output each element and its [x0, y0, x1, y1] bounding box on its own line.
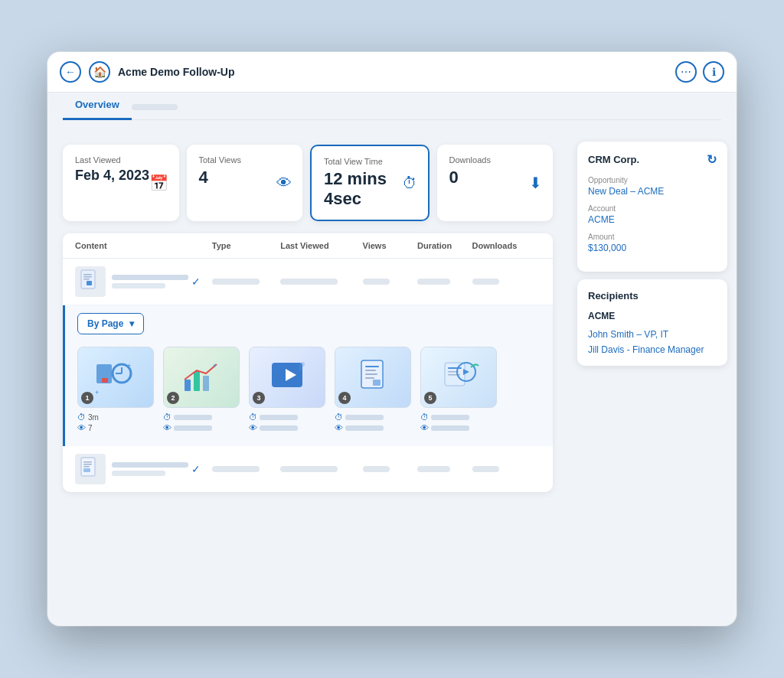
thumb-time-3: ⏱: [249, 412, 298, 422]
total-views-label: Total Views: [199, 155, 291, 165]
views-placeholder: [363, 279, 390, 285]
svg-rect-24: [365, 377, 374, 379]
thumb-item-1: + + 1 ⏱ 3m 👁: [77, 347, 154, 432]
app-window: ← 🏠 Acme Demo Follow-Up ⋯ ℹ Overview Las…: [47, 52, 737, 626]
home-button[interactable]: 🏠: [89, 61, 110, 83]
opportunity-label: Opportunity: [588, 176, 717, 184]
svg-rect-3: [83, 279, 90, 280]
check-icon-2: ✓: [191, 463, 201, 475]
thumb-stats-2: ⏱ 👁: [163, 412, 240, 432]
amount-field: Amount $130,000: [588, 233, 717, 253]
more-options-button[interactable]: ⋯: [675, 61, 697, 83]
thumb-item-3: 3 ⏱ 👁: [249, 347, 325, 432]
download-icon: ⬇: [529, 174, 542, 192]
opportunity-field: Opportunity New Deal – ACME: [588, 176, 717, 197]
expanded-row: By Page ▾: [63, 305, 553, 446]
info-button[interactable]: ℹ: [703, 61, 724, 83]
doc-thumb-2: [75, 454, 106, 484]
recipient-contact-2[interactable]: Jill Davis - Finance Manager: [588, 344, 717, 355]
thumb-img-2[interactable]: + 2: [163, 347, 240, 408]
views-placeholder-2: [363, 466, 390, 472]
amount-label: Amount: [588, 233, 717, 241]
check-icon: ✓: [191, 275, 201, 288]
svg-rect-4: [87, 281, 92, 285]
refresh-icon[interactable]: ↻: [707, 152, 717, 167]
thumb-img-1[interactable]: + + 1: [77, 347, 154, 408]
calendar-icon: 📅: [149, 174, 168, 192]
svg-rect-27: [448, 367, 462, 369]
right-panel: CRM Corp. ↻ Opportunity New Deal – ACME …: [568, 132, 737, 504]
last-viewed-label: Last Viewed: [75, 155, 167, 165]
thumb-num-3: 3: [253, 392, 265, 404]
thumb-views-4: 👁: [335, 423, 384, 432]
thumb-stats-3: ⏱ 👁: [249, 412, 325, 432]
svg-rect-34: [83, 466, 90, 468]
svg-point-19: [300, 362, 305, 367]
svg-rect-13: [194, 372, 200, 391]
thumb-views-5: 👁: [420, 423, 469, 432]
type-placeholder-2: [212, 466, 260, 472]
by-page-dropdown[interactable]: By Page ▾: [77, 313, 144, 334]
thumb-img-4[interactable]: 4: [335, 347, 411, 408]
svg-rect-25: [373, 380, 381, 386]
title-actions: ⋯ ℹ: [675, 61, 724, 83]
table-row-2[interactable]: ✓: [63, 446, 553, 492]
downloads-label: Downloads: [449, 155, 541, 165]
svg-rect-21: [365, 366, 379, 367]
recipient-contact-1[interactable]: John Smith – VP, IT: [588, 329, 717, 340]
crm-title: CRM Corp. ↻: [588, 152, 717, 167]
content-table: Content Type Last Viewed Views Duration …: [63, 233, 553, 492]
col-last-viewed: Last Viewed: [280, 241, 362, 250]
recipient-company: ACME: [588, 311, 717, 321]
doc-info-2: ✓: [75, 454, 212, 484]
opportunity-value[interactable]: New Deal – ACME: [588, 186, 717, 197]
thumb-num-1: 1: [81, 392, 93, 404]
eye-icon: 👁: [276, 174, 292, 192]
account-value[interactable]: ACME: [588, 214, 717, 225]
last-viewed-placeholder: [280, 279, 338, 285]
svg-rect-14: [203, 376, 209, 391]
svg-text:+: +: [213, 362, 217, 370]
recipients-card: Recipients ACME John Smith – VP, IT Jill…: [577, 279, 727, 366]
thumb-time-5: ⏱: [420, 412, 469, 422]
thumb-stats-5: ⏱ 👁: [420, 412, 497, 432]
recipients-list: ACME John Smith – VP, IT Jill Davis - Fi…: [588, 311, 717, 355]
svg-rect-33: [83, 464, 92, 465]
thumb-img-3[interactable]: 3: [249, 347, 325, 408]
svg-rect-23: [365, 373, 377, 375]
main-panel: Last Viewed Feb 4, 2023 📅 Total Views 4 …: [47, 132, 568, 504]
thumb-item-2: + 2 ⏱ 👁: [163, 347, 240, 432]
col-views: Views: [363, 241, 418, 250]
total-view-time-card: Total View Time 12 mins 4sec ⏱: [310, 145, 430, 221]
type-placeholder: [212, 279, 260, 285]
last-viewed-card: Last Viewed Feb 4, 2023 📅: [63, 145, 179, 221]
downloads-placeholder-2: [472, 466, 500, 472]
thumb-time-4: ⏱: [335, 412, 384, 422]
thumb-item-5: 5 ⏱ 👁: [420, 347, 497, 432]
thumb-num-5: 5: [424, 392, 436, 404]
thumb-stats-1: ⏱ 3m 👁 7: [77, 412, 154, 432]
col-content: Content: [75, 241, 212, 250]
thumb-views-1: 👁 7: [77, 423, 93, 432]
svg-rect-22: [365, 370, 376, 371]
stats-row: Last Viewed Feb 4, 2023 📅 Total Views 4 …: [63, 145, 553, 221]
duration-placeholder: [417, 279, 450, 285]
svg-text:+: +: [95, 389, 99, 396]
thumb-views-3: 👁: [249, 423, 298, 432]
timer-icon: ⏱: [402, 174, 417, 192]
table-row[interactable]: ✓: [63, 259, 553, 305]
total-view-time-label: Total View Time: [324, 157, 416, 166]
thumbnails-grid: + + 1 ⏱ 3m 👁: [77, 344, 541, 438]
downloads-card: Downloads 0 ⬇: [437, 145, 554, 221]
table-header: Content Type Last Viewed Views Duration …: [63, 233, 553, 259]
thumb-img-5[interactable]: 5: [420, 347, 497, 408]
thumb-time-2: ⏱: [163, 412, 212, 422]
tab-overview[interactable]: Overview: [63, 93, 132, 120]
svg-rect-12: [185, 380, 191, 391]
back-button[interactable]: ←: [60, 61, 81, 83]
content-area: Last Viewed Feb 4, 2023 📅 Total Views 4 …: [47, 132, 737, 504]
title-bar: ← 🏠 Acme Demo Follow-Up ⋯ ℹ: [47, 52, 737, 93]
downloads-value: 0: [449, 168, 541, 187]
svg-text:+: +: [127, 362, 131, 370]
downloads-placeholder: [472, 279, 500, 285]
